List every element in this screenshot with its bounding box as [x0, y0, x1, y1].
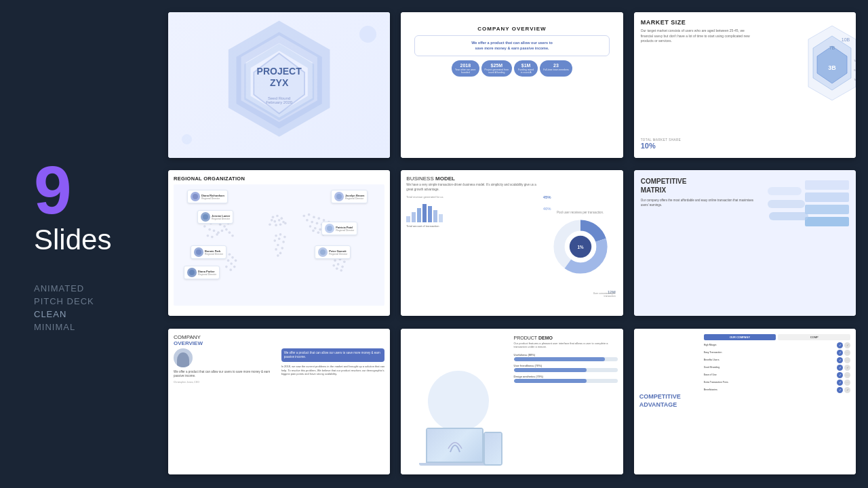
- svg-point-21: [211, 236, 214, 239]
- slide-2-thumb[interactable]: COMPANY OVERVIEW We offer a product that…: [401, 12, 623, 158]
- slides-grid: PROJECT ZYX Seed RoundFebruary 2020 COMP…: [156, 0, 868, 488]
- slide-2-tagline: We offer a product that can allow our us…: [419, 40, 604, 52]
- svg-point-80: [317, 232, 320, 235]
- svg-point-37: [233, 266, 236, 268]
- slide-3-market-share: TOTAL MARKET SHARE 10%: [641, 138, 682, 150]
- svg-point-68: [306, 219, 309, 222]
- svg-point-61: [277, 255, 279, 258]
- slide-9-heading: COMPETITIVEADVANTAGE: [639, 393, 681, 409]
- slide-5-pct-45: 45%: [543, 195, 551, 199]
- svg-point-36: [230, 262, 233, 265]
- svg-point-40: [272, 216, 275, 219]
- svg-point-34: [235, 260, 237, 262]
- slide-5-right-label: Pool user receives per transaction.: [557, 211, 604, 214]
- svg-point-63: [308, 214, 311, 216]
- svg-point-70: [316, 222, 319, 225]
- svg-point-53: [283, 236, 286, 239]
- slide-2-stat-4: 23: [543, 63, 569, 68]
- svg-point-15: [219, 224, 222, 226]
- slide-4-heading: REGIONAL ORGANIZATION: [174, 176, 384, 182]
- svg-point-44: [278, 219, 281, 222]
- svg-point-33: [231, 256, 234, 259]
- tag-pitch-deck: PITCH DECK: [34, 296, 156, 306]
- svg-point-26: [231, 235, 234, 237]
- person-7-role: Regional Director: [198, 273, 216, 276]
- svg-point-49: [271, 219, 273, 222]
- slide-5-heading-1: BUSINESS: [406, 176, 435, 182]
- slide-7-blue-tagline: We offer a product that can allow our us…: [281, 348, 385, 363]
- svg-point-17: [208, 228, 211, 231]
- slide-2-stat-2: $25M: [485, 63, 509, 68]
- slides-label: Slides: [34, 224, 156, 256]
- slide-2-stat-label-3: Funding raisedin round A: [517, 68, 534, 74]
- svg-point-86: [337, 263, 340, 266]
- slide-7-thumb[interactable]: COMPANY OVERVIEW We offer a product that…: [168, 329, 390, 474]
- svg-point-20: [207, 235, 210, 237]
- svg-text:7B: 7B: [829, 45, 835, 50]
- svg-point-47: [279, 224, 282, 226]
- slide-6-body: Our company offers the most affordable a…: [641, 199, 755, 208]
- slide-1-thumb[interactable]: PROJECT ZYX Seed RoundFebruary 2020: [168, 12, 390, 158]
- slide-5-body: We have a very simple transaction-driven…: [406, 183, 539, 192]
- svg-point-60: [279, 252, 282, 255]
- svg-point-22: [216, 233, 218, 236]
- slide-8-heading2: DEMO: [538, 336, 553, 340]
- slide-5-heading-2: MODEL: [435, 176, 455, 182]
- svg-point-85: [332, 264, 335, 267]
- svg-point-55: [278, 238, 281, 241]
- slide-3-thumb[interactable]: MARKET SIZE Our target market consists o…: [634, 12, 856, 158]
- left-panel: 9 Slides ANIMATED PITCH DECK CLEAN MINIM…: [0, 0, 156, 488]
- person-4-role: Regional Director: [336, 229, 354, 232]
- svg-text:Total Addressable Market: Total Addressable Market: [854, 59, 856, 62]
- slide-1-subtitle: ZYX: [257, 77, 302, 88]
- slide-2-stat-3: $1M: [517, 63, 534, 68]
- svg-point-43: [273, 220, 276, 223]
- slide-4-thumb[interactable]: REGIONAL ORGANIZATION: [168, 170, 390, 316]
- slide-7-heading: COMPANY: [174, 334, 384, 340]
- svg-point-16: [223, 226, 226, 228]
- svg-point-57: [277, 244, 279, 247]
- svg-point-88: [336, 268, 338, 270]
- slide-5-commission-label: User commission per transaction: [585, 292, 616, 298]
- svg-point-54: [273, 240, 276, 243]
- slide-7-heading2: OVERVIEW: [174, 340, 384, 346]
- person-1-role: Regional Director: [201, 197, 224, 200]
- svg-point-32: [229, 253, 231, 256]
- svg-text:Target Market: Target Market: [854, 78, 856, 81]
- slide-5-total-amount: Total amount of transaction: [406, 224, 539, 228]
- slide-1-title: PROJECT: [257, 66, 302, 77]
- svg-point-58: [281, 247, 283, 250]
- slide-6-thumb[interactable]: COMPETITIVEMATRIX Our company offers the…: [634, 170, 856, 316]
- slide-9-feature-3: Benefits Users: [704, 359, 835, 361]
- slide-9-thumb[interactable]: COMPETITIVEADVANTAGE OUR COMPANY COMP Hi…: [634, 329, 856, 474]
- svg-text:1%: 1%: [577, 245, 584, 249]
- svg-point-42: [280, 218, 283, 220]
- slide-9-our-company-header: OUR COMPANY: [704, 334, 776, 340]
- svg-point-18: [213, 230, 216, 232]
- slide-5-thumb[interactable]: BUSINESS MODEL We have a very simple tra…: [401, 170, 623, 316]
- slide-7-extended: In 2018, we saw the current problems in …: [281, 365, 385, 376]
- tag-clean: CLEAN: [34, 309, 156, 319]
- svg-point-51: [275, 235, 277, 237]
- svg-point-24: [225, 228, 228, 231]
- svg-point-35: [227, 260, 230, 262]
- svg-point-75: [314, 227, 317, 230]
- svg-point-82: [334, 260, 336, 262]
- slide-9-feature-4: Good Branding: [704, 366, 835, 369]
- slide-8-bar-label-1: Usefulness (88%): [514, 353, 618, 357]
- slide-2-heading: COMPANY OVERVIEW: [414, 26, 609, 32]
- svg-point-39: [229, 269, 232, 272]
- slide-8-bar-label-2: User friendliness (70%): [514, 364, 618, 367]
- svg-text:Serviceable Market: Serviceable Market: [854, 68, 856, 72]
- slide-7-body: We offer a product that can allow our us…: [174, 370, 277, 379]
- svg-point-69: [311, 221, 313, 224]
- person-3-role: Regional Director: [212, 218, 230, 220]
- svg-point-23: [221, 230, 224, 232]
- slide-8-thumb[interactable]: PRODUCT DEMO Our product features a plea…: [401, 329, 623, 474]
- tag-minimal: MINIMAL: [34, 322, 156, 332]
- slide-9-comp-header: COMP: [778, 334, 850, 340]
- svg-point-64: [313, 216, 315, 219]
- svg-point-87: [341, 266, 344, 268]
- tag-animated: ANIMATED: [34, 283, 156, 293]
- slide-5-pct-40: 40%: [543, 207, 551, 211]
